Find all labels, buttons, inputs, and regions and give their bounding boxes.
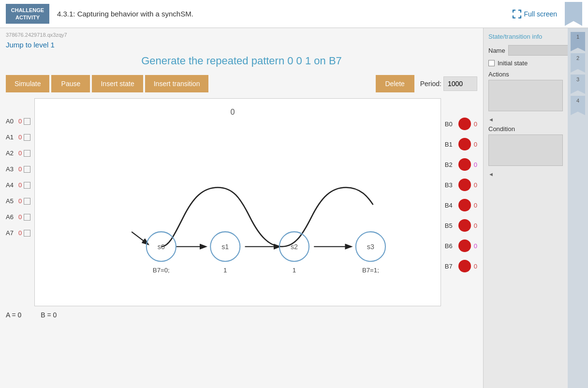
period-label: Period:: [420, 80, 441, 88]
simulate-button[interactable]: Simulate: [6, 75, 49, 92]
b1-dot: [458, 138, 471, 150]
condition-scrollbar[interactable]: ◄: [488, 171, 563, 177]
action-s2: 1: [293, 267, 296, 274]
session-id: 378676.2429718.qx3zqy7: [6, 32, 477, 38]
out-signal-b1: B1 0: [445, 138, 477, 150]
output-signals: B0 0 B1 0 B2 0 B3 0: [445, 98, 477, 306]
out-signal-b4: B4 0: [445, 199, 477, 211]
challenge-title: Generate the repeated pattern 0 0 1 on B…: [6, 55, 477, 67]
pause-button[interactable]: Pause: [51, 75, 90, 92]
signal-a6: A6 0: [6, 213, 30, 221]
main-container: 378676.2429718.qx3zqy7 Jump to level 1 G…: [0, 28, 588, 388]
wave-curve: [162, 187, 373, 246]
period-input[interactable]: [443, 76, 477, 91]
b5-dot: [458, 219, 471, 232]
a7-checkbox[interactable]: [24, 230, 30, 237]
a-equals: A = 0: [6, 311, 21, 319]
b-equals: B = 0: [41, 311, 57, 319]
left-panel: 378676.2429718.qx3zqy7 Jump to level 1 G…: [0, 28, 483, 388]
b6-dot: [458, 239, 471, 252]
state-s3-label: s3: [367, 243, 374, 251]
state-s1-label: s1: [221, 243, 229, 251]
initial-state-checkbox[interactable]: [488, 60, 495, 66]
a0-checkbox[interactable]: [24, 118, 30, 125]
level-4-bookmark[interactable]: 4: [571, 96, 585, 115]
sm-svg: 0 s0 s1: [35, 99, 441, 306]
a5-checkbox[interactable]: [24, 198, 30, 205]
name-field: Name: [488, 45, 563, 56]
signal-a0: A0 0: [6, 118, 30, 125]
signal-a4: A4 0: [6, 181, 30, 189]
a1-checkbox[interactable]: [24, 134, 30, 141]
initial-state-field: Initial state: [488, 60, 563, 67]
b0-dot: [458, 118, 471, 130]
condition-textarea[interactable]: [488, 134, 563, 166]
state-s2-label: s2: [291, 243, 298, 251]
signal-a2: A2 0: [6, 149, 30, 157]
b7-dot: [458, 260, 471, 272]
right-panel: State/transition info Name Initial state…: [483, 28, 568, 388]
signal-a7: A7 0: [6, 229, 30, 237]
level-2-bookmark[interactable]: 2: [571, 53, 585, 73]
actions-scrollbar[interactable]: ◄: [488, 117, 563, 122]
challenge-activity-badge: CHALLENGE ACTIVITY: [6, 4, 49, 24]
state-s0-label: s0: [158, 243, 165, 251]
wave-label: 0: [231, 107, 235, 116]
info-panel: State/transition info Name Initial state…: [484, 28, 568, 388]
out-signal-b2: B2 0: [445, 158, 477, 171]
signal-a3: A3 0: [6, 165, 30, 173]
a4-checkbox[interactable]: [24, 182, 30, 189]
level-sidebar: 1 2 3 4: [568, 28, 588, 388]
insert-state-button[interactable]: Insert state: [92, 75, 143, 92]
name-label: Name: [488, 47, 505, 54]
a2-checkbox[interactable]: [24, 150, 30, 157]
b2-dot: [458, 158, 471, 171]
level-3-bookmark[interactable]: 3: [571, 75, 585, 94]
action-s1: 1: [223, 267, 227, 274]
level-1-bookmark[interactable]: 1: [571, 32, 585, 51]
initial-arrow: [132, 232, 148, 244]
out-signal-b7: B7 0: [445, 260, 477, 272]
toolbar: Simulate Pause Insert state Insert trans…: [6, 75, 477, 92]
out-signal-b3: B3 0: [445, 179, 477, 191]
header-title: 4.3.1: Capturing behavior with a synchSM…: [57, 10, 513, 18]
out-signal-b6: B6 0: [445, 239, 477, 252]
b4-dot: [458, 199, 471, 211]
input-signals: A0 0 A1 0 A2 0 A3 0: [6, 98, 30, 306]
canvas-area: A0 0 A1 0 A2 0 A3 0: [6, 98, 477, 306]
actions-textarea[interactable]: [488, 80, 563, 111]
a6-checkbox[interactable]: [24, 214, 30, 221]
info-panel-title: State/transition info: [488, 33, 563, 40]
out-signal-b5: B5 0: [445, 219, 477, 232]
b3-dot: [458, 179, 471, 191]
insert-transition-button[interactable]: Insert transition: [145, 75, 209, 92]
header: CHALLENGE ACTIVITY 4.3.1: Capturing beha…: [0, 0, 588, 28]
signal-a1: A1 0: [6, 134, 30, 141]
out-signal-b0: B0 0: [445, 118, 477, 130]
initial-state-label: Initial state: [498, 60, 528, 67]
bottom-status: A = 0 B = 0: [6, 311, 477, 319]
signal-a5: A5 0: [6, 197, 30, 205]
actions-label: Actions: [488, 71, 563, 78]
fullscreen-icon: [513, 10, 521, 18]
a3-checkbox[interactable]: [24, 166, 30, 173]
action-s0: B7=0;: [153, 267, 170, 274]
fullscreen-button[interactable]: Full screen: [513, 10, 557, 18]
action-s3: B7=1;: [362, 267, 379, 274]
jump-to-level-link[interactable]: Jump to level 1: [6, 41, 477, 49]
delete-button[interactable]: Delete: [376, 75, 414, 92]
condition-label: Condition: [488, 125, 563, 133]
state-machine-diagram[interactable]: 0 s0 s1: [34, 98, 441, 306]
header-bookmark: [565, 2, 582, 26]
